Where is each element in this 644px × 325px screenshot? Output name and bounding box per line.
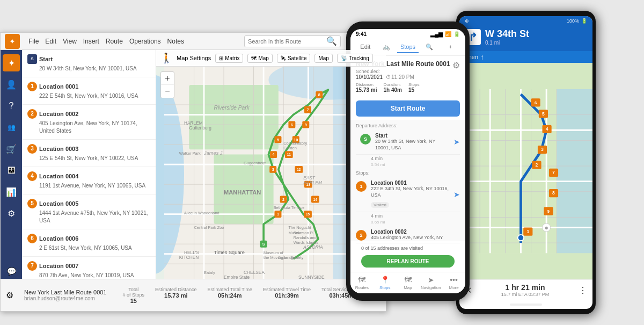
phone1-stop-1[interactable]: 1 Location 0001 222 E 34th St, New York,… (356, 177, 460, 212)
stop-name-7: Location 0007 (39, 263, 78, 269)
stop-address-6: 2 E 61st St, New York, NY 10065, USA (27, 244, 150, 252)
screenshot-container: ✦ File Edit View Insert Route Operations… (0, 0, 644, 325)
tracking-btn[interactable]: 📡 Tracking (337, 54, 373, 63)
svg-text:SUNNYSIDE: SUNNYSIDE (298, 275, 325, 279)
phone1-time-val: ⏱11:20 PM (386, 74, 414, 80)
stop-item-1[interactable]: 1 Location 0001 222 E 54th St, New York,… (22, 77, 156, 105)
menu-insert[interactable]: Insert (83, 38, 99, 45)
phone1-stop-info-start: Start 20 W 34th St, New York, NY 10001, … (375, 133, 449, 151)
stop-item-2[interactable]: 2 Location 0002 405 Lexington Ave, New Y… (22, 105, 156, 140)
svg-point-128 (518, 235, 524, 241)
phone1-duration: Duration: 1h 40m (383, 82, 401, 93)
map-btn[interactable]: 🗺 Map (247, 54, 272, 63)
sidebar-item-home[interactable]: ✦ (3, 54, 20, 71)
menu-operations[interactable]: Operations (129, 38, 161, 45)
stop-number-1: 1 (27, 82, 37, 91)
stop-number-5: 5 (27, 199, 37, 208)
phone1-date: 10/10/2021 (356, 74, 383, 80)
zoom-in-btn[interactable]: + (161, 72, 174, 85)
tab-stops[interactable]: Stops (397, 41, 419, 53)
phone2-more-btn[interactable]: ⋮ (579, 285, 587, 295)
phone1-stop-name-start: Start (375, 133, 449, 139)
stop-item-4[interactable]: 4 Location 0004 1191 1st Avenue, New Yor… (22, 167, 156, 194)
phone1-nav-map[interactable]: 🗺 Map (397, 275, 420, 291)
app-logo: ✦ (5, 34, 20, 49)
chat-bubble-btn[interactable]: 💬 (4, 264, 19, 279)
user-icon: 👤 (6, 80, 17, 90)
svg-text:Museum of: Museum of (264, 250, 284, 255)
svg-text:Walker Park: Walker Park (179, 151, 201, 156)
routes-icon: 🗺 (358, 276, 365, 284)
svg-text:2: 2 (282, 197, 284, 202)
phone1-nav-arrow-1[interactable]: ➤ (453, 190, 460, 199)
svg-text:8: 8 (552, 190, 555, 196)
phone1-settings-icon[interactable]: ⚙ (452, 60, 460, 70)
phone1-stop-2[interactable]: 2 Location 0002 405 Lexington Ave, New Y… (356, 226, 460, 241)
stop-name-5: Location 0005 (39, 200, 78, 207)
menu-file[interactable]: File (28, 38, 39, 45)
gear-settings-icon[interactable]: ⚙ (6, 290, 13, 300)
sidebar-item-chart[interactable]: 📊 (3, 183, 20, 200)
phone1-stops-list: Departure Address: S Start 20 W 34th St,… (350, 120, 465, 241)
tab-search[interactable]: 🔍 (419, 41, 440, 53)
sidebar-item-help[interactable]: ? (3, 97, 20, 114)
phone2-nav-header: ↱ W 34th St 0.1 mi (459, 26, 592, 51)
phone1-meta-row: 10/10/2021 ⏱11:20 PM (356, 74, 452, 80)
stop-item-5[interactable]: 5 Location 0005 1444 1st Avenue #75th, N… (22, 194, 156, 229)
phone1-stop-start[interactable]: S Start 20 W 34th St, New York, NY 10001… (356, 129, 460, 155)
phone1-nav-arrow-start[interactable]: ➤ (453, 138, 460, 146)
phone1-visited-1: Visited (371, 202, 389, 208)
menu-edit[interactable]: Edit (45, 38, 56, 45)
stop-item-6[interactable]: 6 Location 0006 2 E 61st St, New York, N… (22, 229, 156, 257)
sidebar-item-settings[interactable]: ⚙ (3, 205, 20, 222)
sidebar-item-team[interactable]: 👥 (3, 119, 20, 136)
menu-route[interactable]: Route (106, 38, 123, 45)
satellite-btn[interactable]: 🛰 Satellite (277, 54, 311, 63)
stat-total-time: Estimated Total Time 05h:24m (208, 287, 252, 304)
phone1-start-route-btn[interactable]: Start Route (356, 100, 460, 117)
phone1-nav-more[interactable]: ••• More (442, 275, 465, 291)
phone1-dot-2: 2 (356, 230, 367, 241)
sidebar-item-user[interactable]: 👤 (3, 76, 20, 93)
stop-item-start[interactable]: S Start 20 W 34th St, New York, NY 10001… (22, 50, 156, 77)
stat-distance: Estimated Distance 15.73 mi (155, 287, 197, 304)
settings-icon: ⚙ (8, 208, 15, 219)
tab-add[interactable]: + (440, 41, 461, 53)
stop-name-4: Location 0004 (39, 173, 78, 179)
route-search-box[interactable]: 🔍 (244, 35, 341, 47)
phone1-stop-info-1: Location 0001 222 E 34th St, New York, N… (371, 180, 449, 208)
phone1-nav-stops[interactable]: 📍 Stops (374, 275, 397, 291)
phone1-replan-btn[interactable]: REPLAN ROUTE (361, 255, 455, 268)
map-zoom-controls: + − (160, 71, 174, 98)
sidebar-item-cart[interactable]: 🛒 (3, 140, 20, 157)
stop-item-7[interactable]: 7 Location 0007 870 7th Ave, New York, N… (22, 257, 156, 279)
phone1-nav-navigation[interactable]: ➤ Navigation (419, 275, 442, 291)
svg-text:HARLEM: HARLEM (184, 120, 203, 126)
svg-text:9: 9 (305, 122, 307, 127)
phone2-then-row: Then ↑ (459, 51, 592, 63)
phone2-eta-detail: 15.7 mi ETA 03:37 PM (472, 292, 579, 297)
phone1-stop-addr-1: 222 E 34th St, New York, NY 10016, USA (371, 186, 449, 198)
stop-address-4: 1191 1st Avenue, New York, NY 10065, USA (27, 182, 150, 190)
menu-view[interactable]: View (63, 38, 77, 45)
street-view-icon[interactable]: 🚶 (160, 52, 172, 64)
menu-notes[interactable]: Notes (167, 38, 184, 45)
bottom-status-bar: ⚙ New York Last Mile Route 0001 brian.hu… (1, 279, 386, 311)
stop-address-3: 125 E 54th St, New York, NY 10022, USA (27, 155, 150, 162)
stop-item-3[interactable]: 3 Location 0003 125 E 54th St, New York,… (22, 140, 156, 167)
zoom-out-btn[interactable]: − (161, 85, 174, 98)
phone2-status-right: 100% 🔋 (567, 18, 587, 24)
phone1-nav-routes[interactable]: 🗺 Routes (350, 275, 374, 291)
svg-text:KITCHEN: KITCHEN (179, 255, 199, 260)
route-icon: ✦ (8, 58, 15, 68)
map2-btn[interactable]: Map (314, 54, 332, 63)
sidebar-item-group[interactable]: 👨‍👩‍👦 (3, 162, 20, 179)
stop-name-6: Location 0006 (39, 235, 78, 242)
svg-text:Guggenheim: Guggenheim (244, 161, 266, 165)
stop-name-3: Location 0003 (39, 146, 78, 152)
phone1-stop-name-2: Location 0002 (371, 229, 449, 235)
matrix-btn[interactable]: ⊞ Matrix (215, 54, 243, 63)
route-search-input[interactable] (248, 38, 326, 45)
more-icon: ••• (450, 276, 458, 284)
phone1-status-bar: 9:41 ▂▄▆ 📶 🔋 (350, 29, 465, 39)
